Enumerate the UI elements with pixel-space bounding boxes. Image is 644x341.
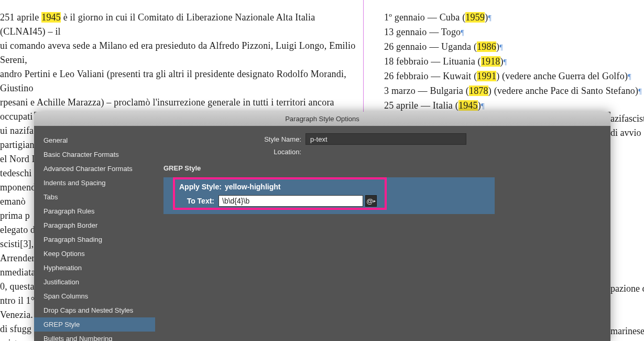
to-text-input[interactable]	[219, 195, 363, 207]
sidebar-item-paragraph-shading[interactable]: Paragraph Shading	[34, 232, 155, 247]
sidebar-item-basic-character-formats[interactable]: Basic Character Formats	[34, 147, 155, 162]
sidebar-item-bullets-and-numbering[interactable]: Bullets and Numbering	[34, 332, 155, 341]
to-text-label: To Text:	[179, 197, 219, 205]
dialog-title[interactable]: Paragraph Style Options	[34, 112, 610, 126]
sidebar-item-drop-caps-and-nested-styles[interactable]: Drop Caps and Nested Styles	[34, 303, 155, 317]
sidebar-item-span-columns[interactable]: Span Columns	[34, 289, 155, 303]
paragraph-style-options-dialog: Paragraph Style Options GeneralBasic Cha…	[34, 112, 610, 341]
style-name-label: Style Name:	[155, 135, 305, 143]
sidebar-item-indents-and-spacing[interactable]: Indents and Spacing	[34, 176, 155, 190]
sidebar-item-paragraph-rules[interactable]: Paragraph Rules	[34, 204, 155, 218]
pilcrow-icon: ¶	[499, 44, 503, 51]
pilcrow-icon: ¶	[628, 73, 631, 81]
background-text-fragment	[610, 225, 644, 239]
pilcrow-icon: ¶	[488, 14, 492, 22]
background-text-fragment	[610, 211, 644, 225]
dialog-sidebar: GeneralBasic Character FormatsAdvanced C…	[34, 126, 155, 341]
dialog-main-panel: Style Name: Location: GREP Style Apply S…	[155, 126, 610, 341]
list-item: 18 febbraio — Lituania (1918)¶	[384, 55, 641, 69]
background-text-right: azifascistadi avvio pazione di marinese	[610, 112, 644, 338]
pilcrow-icon: ¶	[638, 88, 642, 95]
apply-style-row: Apply Style: yellow-highlight	[170, 183, 488, 191]
apply-style-label: Apply Style:	[179, 183, 222, 191]
sidebar-item-keep-options[interactable]: Keep Options	[34, 247, 155, 261]
text-line: ui comando aveva sede a Milano ed era pr…	[0, 39, 356, 67]
list-item: 1º gennaio — Cuba (1959)¶	[384, 10, 641, 25]
background-text-fragment	[610, 268, 644, 282]
dialog-body: GeneralBasic Character FormatsAdvanced C…	[34, 126, 610, 341]
sidebar-item-general[interactable]: General	[34, 133, 155, 147]
background-text-fragment	[610, 310, 644, 324]
pilcrow-icon: ¶	[504, 58, 507, 66]
special-characters-button[interactable]: @▸	[365, 195, 377, 207]
list-item: 25 aprile — Italia (1945)¶	[384, 99, 641, 113]
list-item: 26 febbraio — Kuwait (1991) (vedere anch…	[384, 69, 641, 84]
location-label: Location:	[155, 148, 305, 156]
style-name-row: Style Name:	[155, 133, 610, 145]
sidebar-item-hyphenation[interactable]: Hyphenation	[34, 261, 155, 275]
sidebar-item-advanced-character-formats[interactable]: Advanced Character Formats	[34, 162, 155, 176]
to-text-row: To Text: @▸	[170, 195, 488, 207]
background-text-fragment: marinese	[610, 324, 644, 338]
background-text-fragment: di avvio	[610, 126, 644, 140]
sidebar-item-tabs[interactable]: Tabs	[34, 190, 155, 204]
background-text-fragment	[610, 296, 644, 310]
grep-style-section-title: GREP Style	[155, 159, 610, 177]
background-text-fragment	[610, 140, 644, 154]
pilcrow-icon: ¶	[481, 102, 485, 110]
background-text-fragment: azifascista	[610, 112, 644, 126]
location-row: Location:	[155, 148, 610, 156]
apply-style-value[interactable]: yellow-highlight	[225, 183, 281, 191]
background-text-fragment	[610, 154, 644, 168]
style-name-input[interactable]	[305, 133, 466, 145]
list-item: 26 gennaio — Uganda (1986)¶	[384, 40, 641, 55]
text-column-right: 1º gennaio — Cuba (1959)¶13 gennaio — To…	[384, 10, 641, 113]
list-item: 13 gennaio — Togo¶	[384, 25, 641, 40]
sidebar-item-paragraph-border[interactable]: Paragraph Border	[34, 218, 155, 232]
sidebar-item-justification[interactable]: Justification	[34, 275, 155, 289]
list-item: 3 marzo — Bulgaria (1878) (vedere anche …	[384, 84, 641, 99]
text-line: andro Pertini e Leo Valiani (presenti tr…	[0, 67, 356, 95]
at-icon: @	[366, 197, 373, 205]
text-line: 251 aprile 1945 è il giorno in cui il Co…	[0, 10, 356, 39]
background-text-fragment	[610, 183, 644, 197]
background-text-fragment	[610, 197, 644, 211]
background-text-fragment: pazione di	[610, 282, 644, 296]
grep-style-panel[interactable]: Apply Style: yellow-highlight To Text: @…	[163, 177, 495, 214]
background-text-fragment	[610, 253, 644, 268]
background-text-fragment	[610, 168, 644, 183]
pilcrow-icon: ¶	[461, 29, 464, 37]
sidebar-item-grep-style[interactable]: GREP Style	[34, 317, 155, 332]
background-text-fragment	[610, 239, 644, 253]
